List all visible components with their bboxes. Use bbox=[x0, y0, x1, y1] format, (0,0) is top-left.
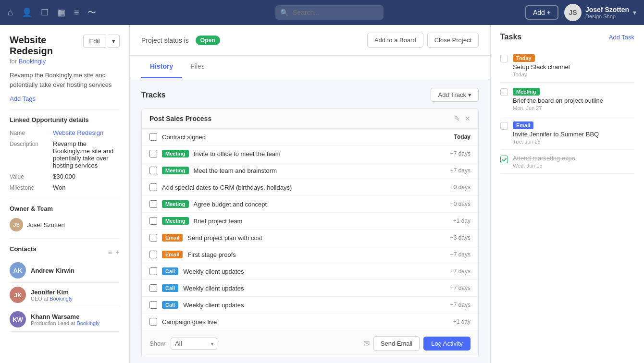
project-description: Revamp the Bookingly.me site and potenti… bbox=[10, 71, 120, 89]
table-row: Call Weekly client updates +7 days bbox=[142, 263, 478, 280]
desc-label: Description bbox=[10, 140, 53, 169]
contacts-list: AK Andrew Kirwin JK Jennifer Kim CEO at … bbox=[10, 258, 120, 332]
add-task-button[interactable]: Add Task bbox=[609, 34, 634, 41]
tab-files[interactable]: Files bbox=[182, 56, 213, 78]
send-email-button[interactable]: Send Email bbox=[373, 336, 420, 351]
user-profile[interactable]: JS Josef Szotten Design Shop ▾ bbox=[564, 4, 636, 21]
table-row: Contract signed Today bbox=[142, 129, 478, 145]
table-row: Add special dates to CRM (birthdays, hol… bbox=[142, 179, 478, 196]
list-item: Email Invite Jennifer to Summer BBQ Tue,… bbox=[500, 116, 634, 150]
divider-2 bbox=[10, 198, 120, 198]
contacts-header: Contacts ≡ + bbox=[10, 245, 120, 258]
table-row: Meeting Invite to office to meet the tea… bbox=[142, 145, 478, 162]
track-checkbox[interactable] bbox=[149, 200, 157, 208]
tag-badge: Meeting bbox=[162, 217, 189, 225]
task-content: Meeting Brief the board on project outli… bbox=[513, 87, 634, 111]
owner-name: Josef Szotten bbox=[27, 221, 65, 229]
contact-company-link[interactable]: Bookingly bbox=[76, 320, 99, 326]
add-button[interactable]: Add + bbox=[525, 5, 558, 20]
track-checkbox[interactable] bbox=[149, 301, 157, 309]
project-actions: Add to a Board Close Project bbox=[367, 33, 479, 48]
track-checkbox[interactable] bbox=[149, 284, 157, 292]
task-checkbox[interactable] bbox=[500, 88, 508, 96]
item-days: Today bbox=[454, 133, 471, 140]
item-text: Send project plan with cost bbox=[187, 234, 445, 242]
item-text: Brief project team bbox=[194, 218, 448, 225]
edit-dropdown-button[interactable]: ▾ bbox=[108, 35, 120, 48]
track-name: Post Sales Process bbox=[149, 115, 211, 122]
track-checkbox[interactable] bbox=[149, 133, 157, 141]
add-board-button[interactable]: Add to a Board bbox=[367, 33, 423, 48]
project-title: Website Redesign bbox=[10, 35, 83, 57]
user-dropdown-icon[interactable]: ▾ bbox=[633, 9, 636, 16]
search-input[interactable] bbox=[275, 5, 384, 20]
task-tag-badge: Email bbox=[513, 121, 533, 129]
tasks-panel: Tasks Add Task Today Setup Slack channel… bbox=[490, 25, 644, 363]
track-close-icon[interactable]: ✕ bbox=[465, 115, 471, 122]
menu-icon[interactable]: ≡ bbox=[74, 8, 79, 18]
log-activity-button[interactable]: Log Activity bbox=[423, 337, 471, 351]
detail-desc-row: Description Revamp the Bookingly.me site… bbox=[10, 140, 120, 169]
project-for: for Bookingly bbox=[10, 58, 83, 65]
user-details: Josef Szotten Design Shop bbox=[585, 6, 629, 19]
sidebar: Website Redesign for Bookingly Edit ▾ Re… bbox=[0, 25, 130, 363]
track-edit-icon[interactable]: ✎ bbox=[454, 115, 460, 122]
tab-history[interactable]: History bbox=[141, 56, 182, 78]
item-text: First stage proofs bbox=[187, 251, 445, 258]
task-checkbox[interactable] bbox=[500, 122, 508, 130]
contact-name: Andrew Kirwin bbox=[31, 267, 74, 274]
trend-icon[interactable]: 〜 bbox=[87, 7, 96, 18]
close-project-button[interactable]: Close Project bbox=[427, 33, 479, 48]
track-checkbox[interactable] bbox=[149, 251, 157, 258]
tag-badge: Call bbox=[162, 284, 178, 292]
item-days: +7 days bbox=[450, 251, 471, 258]
footer-actions: ✉ Send Email Log Activity bbox=[363, 336, 471, 351]
list-item: Attend marketing expo Wed, Jun 15 bbox=[500, 150, 634, 174]
track-checkbox[interactable] bbox=[149, 318, 157, 326]
item-text: Agree budget and concept bbox=[194, 201, 446, 208]
contacts-list-icon[interactable]: ≡ bbox=[108, 248, 112, 256]
task-date: Mon, Jun 27 bbox=[513, 105, 634, 111]
tasks-title: Tasks bbox=[500, 33, 521, 41]
track-checkbox[interactable] bbox=[149, 267, 157, 275]
contacts-add-icon[interactable]: + bbox=[116, 248, 120, 256]
avatar: JS bbox=[564, 4, 582, 21]
edit-btn-row: Edit ▾ bbox=[83, 35, 120, 48]
tag-badge: Call bbox=[162, 267, 178, 275]
tasks-list: Today Setup Slack channel Today Meeting … bbox=[500, 49, 634, 174]
name-value[interactable]: Website Redesign bbox=[53, 129, 103, 136]
owner-avatar: JS bbox=[10, 218, 23, 231]
value-value: $30,000 bbox=[53, 173, 75, 180]
table-row: Meeting Brief project team +1 day bbox=[142, 213, 478, 230]
task-checkbox[interactable] bbox=[500, 55, 508, 62]
task-text: Invite Jennifer to Summer BBQ bbox=[513, 131, 634, 138]
task-checkbox[interactable] bbox=[500, 156, 508, 163]
contact-company-link[interactable]: Bookingly bbox=[50, 296, 73, 302]
item-text: Meet the team and brainstorm bbox=[194, 167, 446, 174]
email-envelope-icon[interactable]: ✉ bbox=[363, 339, 370, 348]
list-item: Meeting Brief the board on project outli… bbox=[500, 83, 634, 116]
divider-3 bbox=[10, 238, 120, 239]
tracks-header: Tracks Add Track ▾ bbox=[141, 88, 479, 102]
item-text: Invite to office to meet the team bbox=[194, 150, 446, 157]
item-days: +7 days bbox=[450, 302, 471, 308]
track-checkbox[interactable] bbox=[149, 167, 157, 174]
track-checkbox[interactable] bbox=[149, 150, 157, 157]
home-icon[interactable]: ⌂ bbox=[8, 8, 13, 18]
add-track-button[interactable]: Add Track ▾ bbox=[431, 88, 479, 102]
track-checkbox[interactable] bbox=[149, 183, 157, 191]
user-icon[interactable]: 👤 bbox=[22, 7, 32, 18]
track-checkbox[interactable] bbox=[149, 217, 157, 225]
company-link[interactable]: Bookingly bbox=[19, 58, 46, 65]
chart-icon[interactable]: ▦ bbox=[57, 7, 65, 18]
table-row: Email Send project plan with cost +3 day… bbox=[142, 230, 478, 246]
search-wrapper: 🔍 bbox=[275, 5, 516, 20]
list-item: Today Setup Slack channel Today bbox=[500, 49, 634, 83]
calendar-icon[interactable]: ☐ bbox=[41, 7, 49, 18]
add-tags-link[interactable]: Add Tags bbox=[10, 95, 120, 102]
track-checkbox[interactable] bbox=[149, 234, 157, 242]
edit-button[interactable]: Edit bbox=[83, 35, 106, 48]
value-label: Value bbox=[10, 173, 53, 180]
show-select[interactable]: All Completed Pending bbox=[171, 338, 217, 350]
list-item: AK Andrew Kirwin bbox=[10, 258, 120, 283]
